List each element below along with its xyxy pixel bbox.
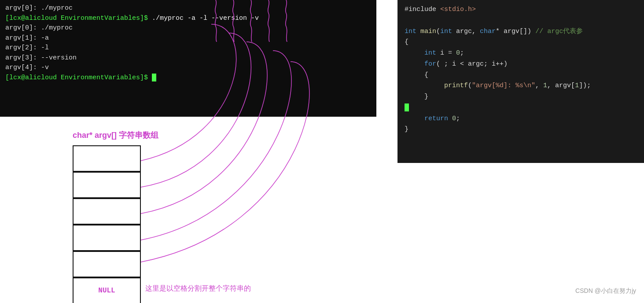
term-line-7: [lcx@alicloud EnvironmentVariables]$ (5, 73, 371, 83)
code-line-close1: } (405, 124, 637, 135)
term-line-0: argv[0]: ./myproc (5, 4, 371, 14)
term-line-1: [lcx@alicloud EnvironmentVariables]$ ./m… (5, 14, 371, 24)
code-line-return: return 0; (405, 114, 637, 125)
array-label-bottom: 这里是以空格分割开整个字符串的 (145, 284, 251, 293)
code-line-for: for( ; i < argc; i++) (405, 59, 637, 70)
term-line-6: argv[4]: -v (5, 63, 371, 73)
code-panel: #include <stdio.h> int main(int argc, ch… (397, 0, 644, 163)
code-line-open: { (405, 37, 637, 48)
code-line-printf: printf("argv[%d]: %s\n", 1, argv[1]); (405, 81, 637, 92)
array-box-2 (73, 198, 141, 225)
terminal-panel: argv[0]: ./myproc [lcx@alicloud Environm… (0, 0, 376, 117)
array-box-3 (73, 225, 141, 251)
watermark: CSDN @小白在努力jy (575, 287, 636, 295)
code-line-0: #include <stdio.h> (405, 4, 637, 15)
term-line-2: argv[0]: ./myproc (5, 23, 371, 33)
array-box-1 (73, 172, 141, 198)
diagram-area: char* argv[] 字符串数组 NULL 这里是以空格分割开整个字符串的 (0, 121, 376, 303)
array-box-null: NULL (73, 277, 141, 303)
term-line-4: argv[2]: -l (5, 43, 371, 53)
code-line-blank1 (405, 15, 637, 26)
array-box-0 (73, 145, 141, 172)
term-line-5: argv[3]: --version (5, 53, 371, 63)
array-boxes: NULL (73, 145, 141, 303)
code-line-int: int i = 0; (405, 48, 637, 59)
code-line-close2: } (405, 92, 637, 103)
term-line-3: argv[1]: -a (5, 33, 371, 44)
array-label-top: char* argv[] 字符串数组 (73, 130, 158, 140)
array-box-4 (73, 251, 141, 277)
code-line-main: int main(int argc, char* argv[]) // argc… (405, 26, 637, 37)
code-line-cursor (405, 103, 637, 114)
code-line-open2: { (405, 70, 637, 81)
